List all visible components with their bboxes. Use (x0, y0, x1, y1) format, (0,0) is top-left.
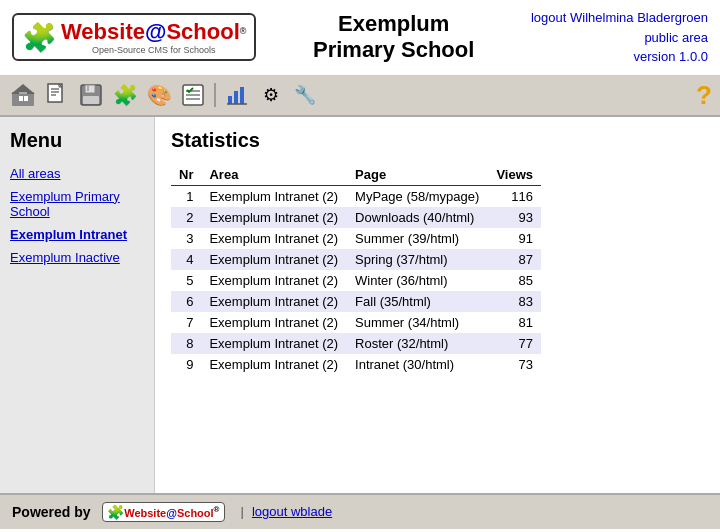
palette-icon[interactable]: 🎨 (144, 80, 174, 110)
col-views: Views (488, 164, 541, 186)
row-views: 93 (488, 207, 541, 228)
logo-at: @ (145, 19, 166, 44)
row-area: Exemplum Intranet (2) (201, 354, 347, 375)
statistics-heading: Statistics (171, 129, 704, 152)
row-page: Roster (32/html) (347, 333, 488, 354)
sidebar: Menu All areas Exemplum Primary School E… (0, 117, 155, 493)
table-row: 2 Exemplum Intranet (2) Downloads (40/ht… (171, 207, 541, 228)
row-area: Exemplum Intranet (2) (201, 333, 347, 354)
intranet-link[interactable]: Exemplum Intranet (10, 227, 144, 242)
row-nr: 2 (171, 207, 201, 228)
row-area: Exemplum Intranet (2) (201, 228, 347, 249)
row-page: Summer (39/html) (347, 228, 488, 249)
header-user-info: logout Wilhelmina Bladergroen public are… (531, 8, 708, 67)
save-icon[interactable] (76, 80, 106, 110)
svg-rect-19 (234, 91, 238, 104)
svg-rect-4 (19, 92, 27, 94)
logo-school: School (166, 19, 239, 44)
row-page: Summer (34/html) (347, 312, 488, 333)
row-views: 77 (488, 333, 541, 354)
checklist-icon[interactable] (178, 80, 208, 110)
statistics-rows: 1 Exemplum Intranet (2) MyPage (58/mypag… (171, 185, 541, 375)
header-logo: 🧩 Website@School® Open-Source CMS for Sc… (12, 13, 256, 61)
row-area: Exemplum Intranet (2) (201, 249, 347, 270)
school-name: Exemplum Primary School (256, 11, 531, 64)
home-icon[interactable] (8, 80, 38, 110)
svg-rect-12 (87, 85, 89, 91)
row-views: 73 (488, 354, 541, 375)
row-views: 81 (488, 312, 541, 333)
row-nr: 8 (171, 333, 201, 354)
table-row: 9 Exemplum Intranet (2) Intranet (30/htm… (171, 354, 541, 375)
row-views: 116 (488, 185, 541, 207)
svg-rect-11 (85, 85, 95, 93)
row-views: 83 (488, 291, 541, 312)
footer-separator: | (241, 504, 244, 519)
menu-heading: Menu (10, 129, 144, 152)
logout-header-link[interactable]: logout Wilhelmina Bladergroen (531, 10, 708, 25)
logo-website: Website (61, 19, 145, 44)
logo-main-text: Website@School® (61, 19, 246, 45)
row-page: Intranet (30/html) (347, 354, 488, 375)
footer-logo: 🧩 Website@School® (102, 502, 224, 522)
row-area: Exemplum Intranet (2) (201, 207, 347, 228)
row-nr: 5 (171, 270, 201, 291)
logo-box: 🧩 Website@School® Open-Source CMS for Sc… (12, 13, 256, 61)
row-nr: 7 (171, 312, 201, 333)
toolbar-icons: 🧩 🎨 ⚙ 🔧 (8, 80, 320, 110)
version-label: version 1.0.0 (634, 49, 708, 64)
puzzle-icon[interactable]: 🧩 (110, 80, 140, 110)
row-nr: 4 (171, 249, 201, 270)
col-area: Area (201, 164, 347, 186)
all-areas-link[interactable]: All areas (10, 166, 144, 181)
footer-logout-link[interactable]: logout wblade (252, 504, 332, 519)
row-nr: 1 (171, 185, 201, 207)
table-row: 4 Exemplum Intranet (2) Spring (37/html)… (171, 249, 541, 270)
powered-by-label: Powered by (12, 504, 91, 520)
col-nr: Nr (171, 164, 201, 186)
svg-rect-20 (240, 87, 244, 104)
footer-puzzle-icon: 🧩 (107, 504, 124, 520)
table-row: 3 Exemplum Intranet (2) Summer (39/html)… (171, 228, 541, 249)
row-area: Exemplum Intranet (2) (201, 270, 347, 291)
row-views: 91 (488, 228, 541, 249)
row-page: Downloads (40/html) (347, 207, 488, 228)
toolbar-separator (214, 83, 216, 107)
table-row: 5 Exemplum Intranet (2) Winter (36/html)… (171, 270, 541, 291)
footer: Powered by 🧩 Website@School® | logout wb… (0, 493, 720, 529)
row-nr: 9 (171, 354, 201, 375)
row-area: Exemplum Intranet (2) (201, 291, 347, 312)
main-content: Menu All areas Exemplum Primary School E… (0, 117, 720, 493)
row-views: 87 (488, 249, 541, 270)
title-line1: Exemplum (338, 11, 449, 36)
table-row: 6 Exemplum Intranet (2) Fall (35/html) 8… (171, 291, 541, 312)
footer-logo-text: Website@School® (124, 505, 219, 519)
document-icon[interactable] (42, 80, 72, 110)
help-icon[interactable]: ? (696, 80, 712, 111)
row-area: Exemplum Intranet (2) (201, 185, 347, 207)
logo-subtext: Open-Source CMS for Schools (61, 45, 246, 55)
chart-icon[interactable] (222, 80, 252, 110)
col-page: Page (347, 164, 488, 186)
row-nr: 6 (171, 291, 201, 312)
row-page: Winter (36/html) (347, 270, 488, 291)
title-line2: Primary School (313, 37, 474, 62)
tools-icon[interactable]: 🔧 (290, 80, 320, 110)
svg-rect-13 (83, 96, 99, 104)
row-views: 85 (488, 270, 541, 291)
settings-icon[interactable]: ⚙ (256, 80, 286, 110)
svg-rect-3 (24, 96, 28, 101)
statistics-content: Statistics Nr Area Page Views 1 Exemplum… (155, 117, 720, 493)
inactive-link[interactable]: Exemplum Inactive (10, 250, 144, 265)
logo-registered: ® (240, 26, 247, 36)
logo-puzzle-icon: 🧩 (22, 21, 57, 54)
primary-school-link[interactable]: Exemplum Primary School (10, 189, 144, 219)
table-row: 7 Exemplum Intranet (2) Summer (34/html)… (171, 312, 541, 333)
table-row: 8 Exemplum Intranet (2) Roster (32/html)… (171, 333, 541, 354)
svg-rect-18 (228, 96, 232, 104)
toolbar: 🧩 🎨 ⚙ 🔧 ? (0, 76, 720, 117)
row-area: Exemplum Intranet (2) (201, 312, 347, 333)
area-label: public area (644, 30, 708, 45)
logo-text-group: Website@School® Open-Source CMS for Scho… (61, 19, 246, 55)
row-page: MyPage (58/mypage) (347, 185, 488, 207)
